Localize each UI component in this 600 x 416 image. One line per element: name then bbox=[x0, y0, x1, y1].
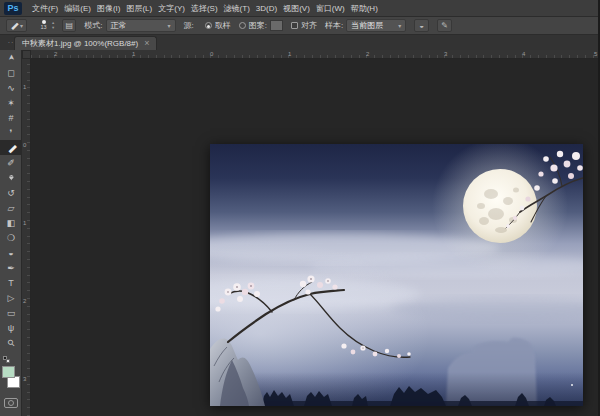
ruler-label: 1 bbox=[288, 50, 291, 59]
quick-selection-icon: ✶ bbox=[7, 98, 15, 108]
photoshop-window: Ps 文件(F) 编辑(E) 图像(I) 图层(L) 文字(Y) 选择(S) 滤… bbox=[0, 0, 600, 416]
tablet-pressure-button[interactable]: ✎ bbox=[437, 19, 452, 32]
mode-select[interactable]: 正常 ▾ bbox=[106, 19, 176, 32]
ruler-label: 2 bbox=[366, 50, 369, 59]
path-selection-icon: ▷ bbox=[8, 293, 15, 303]
zoom-icon: ⚲ bbox=[5, 337, 17, 349]
lasso-icon: ∿ bbox=[7, 83, 15, 93]
ruler-label: 2 bbox=[54, 50, 57, 59]
pattern-radio[interactable] bbox=[239, 22, 246, 29]
default-colors-icon[interactable] bbox=[3, 356, 11, 364]
ruler-label: 3 bbox=[23, 376, 26, 382]
document-canvas[interactable] bbox=[210, 144, 583, 406]
menu-edit[interactable]: 编辑(E) bbox=[61, 0, 94, 17]
brush-panel-toggle-button[interactable]: ▤ bbox=[62, 19, 76, 32]
ruler-label: 1 bbox=[23, 84, 26, 90]
foreground-color-swatch[interactable] bbox=[2, 366, 15, 378]
close-icon[interactable]: × bbox=[144, 39, 149, 48]
ruler-origin-corner[interactable] bbox=[22, 50, 31, 59]
tool-eraser[interactable]: ▱ bbox=[0, 200, 22, 215]
clone-stamp-icon: ♠ bbox=[9, 173, 14, 183]
brush-size-value: 13 bbox=[40, 24, 46, 31]
menu-select[interactable]: 选择(S) bbox=[188, 0, 221, 17]
ignore-adjustments-icon: ◒ bbox=[419, 21, 424, 30]
tool-shape[interactable]: ▭ bbox=[0, 305, 22, 320]
photoshop-logo-icon: Ps bbox=[4, 2, 22, 15]
hand-icon: ψ bbox=[8, 323, 14, 333]
tool-pen[interactable]: ✒ bbox=[0, 260, 22, 275]
tools-panel: ➤ ◻ ∿ ✶ # ❜ ▬ ✐ ♠ ↺ ▱ ◧ ❍ ◒ ✒ T ▷ ▭ ψ ⚲ bbox=[0, 50, 22, 416]
tool-path-selection[interactable]: ▷ bbox=[0, 290, 22, 305]
menu-3d[interactable]: 3D(D) bbox=[253, 0, 280, 17]
document-image bbox=[210, 144, 583, 406]
tool-gradient[interactable]: ◧ bbox=[0, 215, 22, 230]
tool-zoom[interactable]: ⚲ bbox=[0, 335, 22, 350]
tool-quick-selection[interactable]: ✶ bbox=[0, 95, 22, 110]
document-tab-title: 中秋素材1.jpg @ 100%(RGB/8#) bbox=[22, 38, 138, 49]
shape-icon: ▭ bbox=[7, 308, 16, 318]
tool-preset-button[interactable]: ▬ ▾ bbox=[6, 19, 27, 32]
tool-type[interactable]: T bbox=[0, 275, 22, 290]
ignore-adjustment-layers-button[interactable]: ◒ bbox=[414, 19, 429, 32]
tablet-pressure-icon: ✎ bbox=[441, 21, 448, 30]
ruler-label: 1 bbox=[132, 50, 135, 59]
sample-select[interactable]: 当前图层 ▾ bbox=[346, 19, 406, 32]
menu-help[interactable]: 帮助(H) bbox=[348, 0, 381, 17]
ruler-label: 1 bbox=[23, 220, 26, 226]
sampled-label: 取样 bbox=[215, 20, 231, 31]
menu-view[interactable]: 视图(V) bbox=[280, 0, 313, 17]
brush-icon: ✐ bbox=[7, 158, 15, 168]
menu-file[interactable]: 文件(F) bbox=[29, 0, 61, 17]
document-tab[interactable]: 中秋素材1.jpg @ 100%(RGB/8#) × bbox=[14, 36, 157, 50]
tool-lasso[interactable]: ∿ bbox=[0, 80, 22, 95]
menu-type[interactable]: 文字(Y) bbox=[155, 0, 188, 17]
history-brush-icon: ↺ bbox=[7, 188, 15, 198]
ruler-label: 0 bbox=[210, 50, 213, 59]
sample-label: 样本: bbox=[325, 20, 343, 31]
brush-size-picker[interactable]: 13 bbox=[37, 20, 50, 31]
ruler-label: 0 bbox=[23, 142, 26, 148]
tool-rectangular-marquee[interactable]: ◻ bbox=[0, 65, 22, 80]
quick-mask-button[interactable] bbox=[4, 398, 18, 408]
aligned-label: 对齐 bbox=[301, 20, 317, 31]
marquee-icon: ◻ bbox=[7, 68, 14, 78]
aligned-checkbox[interactable] bbox=[291, 22, 298, 29]
menu-bar: Ps 文件(F) 编辑(E) 图像(I) 图层(L) 文字(Y) 选择(S) 滤… bbox=[0, 0, 598, 17]
menu-layer[interactable]: 图层(L) bbox=[123, 0, 155, 17]
source-label: 源: bbox=[184, 20, 194, 31]
dodge-icon: ◒ bbox=[8, 248, 13, 258]
tool-hand[interactable]: ψ bbox=[0, 320, 22, 335]
tool-crop[interactable]: # bbox=[0, 110, 22, 125]
tool-eyedropper[interactable]: ❜ bbox=[0, 125, 22, 140]
tool-history-brush[interactable]: ↺ bbox=[0, 185, 22, 200]
menu-filter[interactable]: 滤镜(T) bbox=[221, 0, 253, 17]
stepper-down-icon: ▾ bbox=[52, 26, 54, 30]
tool-options-bar: ▬ ▾ 13 ▴ ▾ ▤ 模式: 正常 ▾ 源: 取样 图案: 对齐 样本: 当… bbox=[0, 17, 598, 35]
menu-window[interactable]: 窗口(W) bbox=[313, 0, 348, 17]
pen-icon: ✒ bbox=[7, 263, 15, 273]
sampled-radio[interactable] bbox=[205, 22, 212, 29]
tool-move[interactable]: ➤ bbox=[0, 50, 22, 65]
horizontal-ruler[interactable]: 2 1 0 1 2 3 4 5 bbox=[31, 50, 598, 59]
document-tab-bar: ·· 中秋素材1.jpg @ 100%(RGB/8#) × bbox=[0, 35, 598, 50]
tool-dodge[interactable]: ◒ bbox=[0, 245, 22, 260]
chevron-down-icon: ▾ bbox=[398, 23, 401, 29]
crop-icon: # bbox=[8, 113, 13, 123]
ruler-label: 5 bbox=[594, 50, 597, 59]
ruler-label: 4 bbox=[522, 50, 525, 59]
brush-size-stepper[interactable]: ▴ ▾ bbox=[52, 21, 54, 29]
blur-icon: ❍ bbox=[7, 233, 15, 243]
tool-blur[interactable]: ❍ bbox=[0, 230, 22, 245]
vertical-ruler[interactable]: 1 0 1 2 3 bbox=[22, 59, 31, 416]
tool-clone-stamp[interactable]: ♠ bbox=[0, 170, 22, 185]
move-icon: ➤ bbox=[6, 54, 15, 61]
pattern-picker[interactable] bbox=[270, 20, 283, 31]
gradient-icon: ◧ bbox=[7, 218, 16, 228]
brush-panel-icon: ▤ bbox=[66, 21, 74, 30]
healing-brush-icon: ▬ bbox=[4, 141, 17, 154]
menu-image[interactable]: 图像(I) bbox=[94, 0, 124, 17]
tool-healing-brush[interactable]: ▬ bbox=[0, 140, 22, 155]
tool-brush[interactable]: ✐ bbox=[0, 155, 22, 170]
type-icon: T bbox=[8, 278, 14, 288]
pattern-label: 图案: bbox=[249, 20, 267, 31]
